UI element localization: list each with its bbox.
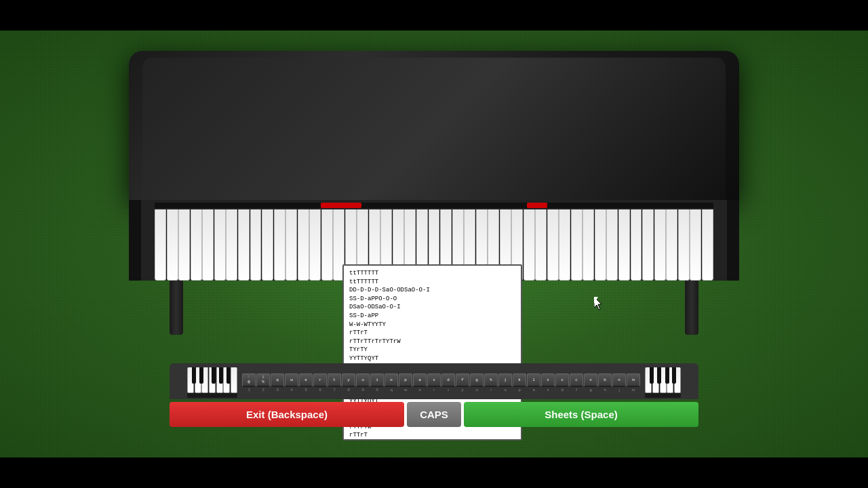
key-u[interactable]: u (356, 373, 370, 387)
letterbox-top (0, 0, 868, 30)
key-q[interactable]: q (271, 373, 284, 387)
key-p[interactable]: p (399, 373, 412, 387)
key-a[interactable]: a (413, 373, 427, 387)
key-d[interactable]: d (441, 373, 455, 387)
key-x[interactable]: x (555, 373, 569, 387)
key-1[interactable]: !@ (242, 373, 256, 387)
caps-button[interactable]: CAPS (407, 402, 461, 427)
sheet-line: rTTrT (349, 431, 511, 439)
sheet-line: YYTTYQYT (349, 354, 511, 363)
letterbox-bottom (0, 458, 868, 488)
key-e[interactable]: e (299, 373, 313, 387)
key-r[interactable]: r (313, 373, 327, 387)
mini-piano-left (187, 367, 237, 398)
piano-lid (129, 51, 739, 200)
piano-leg-right (685, 281, 698, 335)
bottom-ui: !@ $% q w e r t y u i o p a s d f g (170, 363, 698, 427)
key-g[interactable]: g (470, 373, 484, 387)
key-z[interactable]: z (541, 373, 555, 387)
key-t[interactable]: t (328, 373, 341, 387)
sheet-line: TYrTY (349, 346, 511, 354)
key-f[interactable]: f (456, 373, 469, 387)
key-n[interactable]: n (612, 373, 626, 387)
sheet-line: DD-D-D-D-SaO-ODSaO-O-I (349, 286, 511, 295)
sheet-line: SS-D-aPPO-O-O (349, 295, 511, 304)
key-j[interactable]: j (498, 373, 512, 387)
key-y[interactable]: y (342, 373, 355, 387)
sheet-line: SS-D-aPP (349, 312, 511, 321)
sheet-line: ttTTTTTT (349, 278, 511, 287)
key-w[interactable]: w (285, 373, 298, 387)
key-l[interactable]: l (527, 373, 540, 387)
key-i[interactable]: i (370, 373, 384, 387)
exit-button[interactable]: Exit (Backspace) (170, 402, 404, 427)
sheet-line: rTTrTTrTrTYTrW (349, 338, 511, 346)
action-buttons: Exit (Backspace) CAPS Sheets (Space) (170, 402, 698, 427)
key-c[interactable]: c (570, 373, 583, 387)
key-b[interactable]: b (598, 373, 612, 387)
sheet-line: DSaO-ODSaO-O-I (349, 303, 511, 312)
sheet-line: ttTTTTTT (349, 269, 511, 278)
sheets-button[interactable]: Sheets (Space) (464, 402, 698, 427)
key-2[interactable]: $% (256, 373, 270, 387)
svg-marker-0 (594, 297, 601, 310)
sheet-line: rTTrT (349, 329, 511, 338)
piano-leg-left (170, 281, 183, 335)
grass-background: ttTTTTTTttTTTTTTDD-D-D-D-SaO-ODSaO-O-ISS… (0, 30, 868, 458)
key-s[interactable]: s (427, 373, 441, 387)
key-h[interactable]: h (484, 373, 498, 387)
mouse-cursor (594, 297, 602, 309)
key-k[interactable]: k (513, 373, 526, 387)
mini-piano-right (645, 367, 681, 398)
sheet-line: W-W-WTYYTY (349, 321, 511, 329)
key-v[interactable]: v (584, 373, 597, 387)
key-o[interactable]: o (384, 373, 398, 387)
key-m[interactable]: m (627, 373, 640, 387)
